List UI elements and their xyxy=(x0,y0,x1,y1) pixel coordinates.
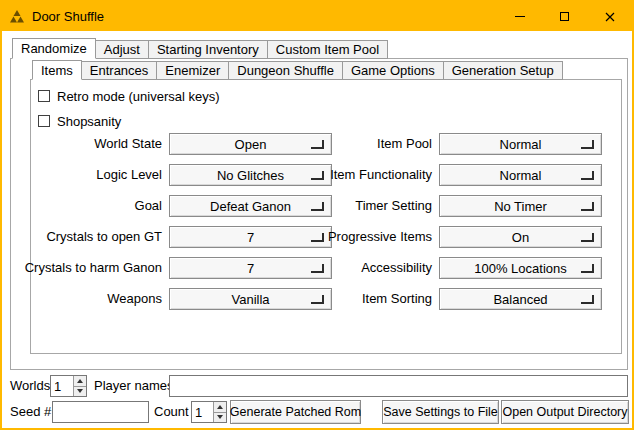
count-spinner[interactable] xyxy=(191,401,227,423)
item-sorting-dropdown[interactable]: Balanced xyxy=(439,288,602,310)
tab-randomize[interactable]: Randomize xyxy=(12,38,96,59)
logic-level-value: No Glitches xyxy=(217,168,284,183)
item-sorting-label: Item Sorting xyxy=(292,288,432,310)
timer-setting-dropdown[interactable]: No Timer xyxy=(439,195,602,217)
item-pool-label: Item Pool xyxy=(292,133,432,155)
worlds-input[interactable] xyxy=(51,376,73,396)
crystals-ganon-value: 7 xyxy=(247,261,254,276)
world-state-value: Open xyxy=(235,137,267,152)
save-settings-button[interactable]: Save Settings to File xyxy=(382,400,499,424)
dropdown-indicator-icon xyxy=(581,140,594,149)
shopsanity-label: Shopsanity xyxy=(57,114,121,129)
arrow-down-icon xyxy=(217,415,223,419)
world-state-label: World State xyxy=(12,133,162,155)
spin-down-button[interactable] xyxy=(74,387,86,397)
worlds-spin-buttons[interactable] xyxy=(73,376,86,396)
tab-items[interactable]: Items xyxy=(32,60,82,80)
app-window: Door Shuffle Randomize Adjust Starting I… xyxy=(0,0,634,430)
count-input[interactable] xyxy=(192,402,213,422)
player-names-input[interactable] xyxy=(169,375,628,397)
accessibility-value: 100% Locations xyxy=(474,261,567,276)
crystals-gt-label: Crystals to open GT xyxy=(12,226,162,248)
crystals-ganon-label: Crystals to harm Ganon xyxy=(12,257,162,279)
tab-enemizer[interactable]: Enemizer xyxy=(156,61,229,80)
item-sorting-value: Balanced xyxy=(493,292,547,307)
accessibility-dropdown[interactable]: 100% Locations xyxy=(439,257,602,279)
window-title: Door Shuffle xyxy=(32,9,497,24)
tab-dungeon-shuffle[interactable]: Dungeon Shuffle xyxy=(228,61,343,80)
item-functionality-value: Normal xyxy=(500,168,542,183)
maximize-icon xyxy=(560,12,569,21)
player-names-label: Player names xyxy=(94,375,173,397)
open-output-directory-button[interactable]: Open Output Directory xyxy=(501,400,629,424)
goal-label: Goal xyxy=(12,195,162,217)
item-pool-dropdown[interactable]: Normal xyxy=(439,133,602,155)
logic-level-label: Logic Level xyxy=(12,164,162,186)
item-functionality-label: Item Functionality xyxy=(292,164,432,186)
retro-mode-label: Retro mode (universal keys) xyxy=(57,89,220,104)
tab-adjust[interactable]: Adjust xyxy=(95,40,149,59)
tab-custom-item-pool[interactable]: Custom Item Pool xyxy=(267,40,388,59)
dropdown-indicator-icon xyxy=(581,171,594,180)
weapons-label: Weapons xyxy=(12,288,162,310)
goal-value: Defeat Ganon xyxy=(210,199,291,214)
spin-up-button[interactable] xyxy=(214,402,226,413)
crystals-gt-value: 7 xyxy=(247,230,254,245)
spin-down-button[interactable] xyxy=(214,413,226,423)
close-icon xyxy=(605,12,615,22)
progressive-items-label: Progressive Items xyxy=(292,226,432,248)
progressive-items-value: On xyxy=(512,230,529,245)
count-label: Count xyxy=(154,401,189,423)
shopsanity-checkbox-row[interactable]: Shopsanity xyxy=(38,113,121,129)
timer-setting-value: No Timer xyxy=(494,199,547,214)
tab-game-options[interactable]: Game Options xyxy=(342,61,444,80)
seed-label: Seed # xyxy=(10,401,51,423)
caption-buttons xyxy=(497,2,632,31)
item-functionality-dropdown[interactable]: Normal xyxy=(439,164,602,186)
close-button[interactable] xyxy=(587,2,632,31)
dropdown-indicator-icon xyxy=(581,295,594,304)
weapons-value: Vanilla xyxy=(231,292,269,307)
arrow-up-icon xyxy=(217,405,223,409)
dropdown-indicator-icon xyxy=(581,233,594,242)
worlds-spinner[interactable] xyxy=(50,375,87,397)
arrow-down-icon xyxy=(77,389,83,393)
minimize-icon xyxy=(515,16,525,17)
seed-input[interactable] xyxy=(52,401,149,423)
dropdown-indicator-icon xyxy=(581,264,594,273)
progressive-items-dropdown[interactable]: On xyxy=(439,226,602,248)
timer-setting-label: Timer Setting xyxy=(292,195,432,217)
tab-starting-inventory[interactable]: Starting Inventory xyxy=(148,40,268,59)
minimize-button[interactable] xyxy=(497,2,542,31)
dropdown-indicator-icon xyxy=(581,202,594,211)
item-pool-value: Normal xyxy=(500,137,542,152)
arrow-up-icon xyxy=(77,379,83,383)
worlds-label: Worlds xyxy=(10,375,50,397)
spin-up-button[interactable] xyxy=(74,376,86,387)
maximize-button[interactable] xyxy=(542,2,587,31)
secondary-tab-bar: Items Entrances Enemizer Dungeon Shuffle… xyxy=(32,60,563,80)
tab-entrances[interactable]: Entrances xyxy=(81,61,158,80)
app-icon xyxy=(10,10,24,23)
count-spin-buttons[interactable] xyxy=(213,402,226,422)
primary-tab-bar: Randomize Adjust Starting Inventory Cust… xyxy=(12,38,388,59)
tab-generation-setup[interactable]: Generation Setup xyxy=(443,61,563,80)
generate-patched-rom-button[interactable]: Generate Patched Rom xyxy=(230,400,361,424)
titlebar[interactable]: Door Shuffle xyxy=(2,2,632,31)
accessibility-label: Accessibility xyxy=(292,257,432,279)
retro-mode-checkbox-row[interactable]: Retro mode (universal keys) xyxy=(38,88,220,104)
shopsanity-checkbox[interactable] xyxy=(38,115,50,127)
retro-mode-checkbox[interactable] xyxy=(38,90,50,102)
